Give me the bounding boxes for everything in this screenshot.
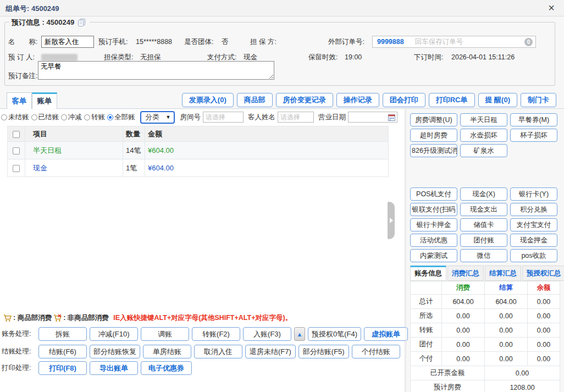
reminder-button[interactable]: 提 醒(0)	[478, 93, 518, 107]
activity-discount-button[interactable]: 活动优惠	[410, 234, 457, 247]
bill-item: 半天日租	[25, 142, 123, 159]
alipay-button[interactable]: 支付宝支付	[510, 218, 557, 231]
tab-guest-order[interactable]: 客单	[7, 92, 32, 109]
radio-all-circle[interactable]	[107, 114, 113, 120]
print-rc-button[interactable]: 打印RC单	[429, 93, 475, 107]
select-all-checkbox[interactable]	[13, 131, 20, 138]
adjust-bill-button[interactable]: 调账	[141, 327, 189, 341]
virtual-bill-button[interactable]: 虚拟账单	[364, 327, 408, 341]
kettle-damage-button[interactable]: 水壶损坏	[460, 129, 507, 142]
export-bill-button[interactable]: 导出账单	[90, 361, 138, 375]
cash-out-button[interactable]: 现金支出	[460, 203, 507, 216]
neimeng-test-button[interactable]: 内蒙测试	[410, 249, 457, 262]
close-icon[interactable]: ×	[544, 1, 559, 15]
bill-item: 现金	[25, 159, 123, 177]
tab-consume-summary[interactable]: 消费汇总	[447, 266, 484, 281]
group-print-button[interactable]: 团会打印	[383, 93, 425, 107]
radio-transfer-label: 转账	[91, 113, 105, 122]
arrow-up-icon[interactable]	[294, 327, 305, 341]
guest-name-input[interactable]	[278, 112, 314, 123]
tab-account-info[interactable]: 账务信息	[410, 266, 446, 281]
radio-unsettled[interactable]: 未结账	[1, 113, 29, 122]
bill-row[interactable]: 现金 1笔 ¥604.00	[8, 159, 389, 177]
row-checkbox[interactable]	[13, 165, 20, 172]
radio-transfer[interactable]: 转账	[84, 113, 105, 122]
tab-strip: 客单 账单 发票录入(0) 商品部 房价变更记录 操作记录 团会打印 打印RC单…	[0, 91, 564, 109]
pos-collect-button[interactable]: pos收款	[510, 249, 557, 262]
radio-settled[interactable]: 已结账	[31, 113, 59, 122]
wechat-pay-button[interactable]: 微信	[460, 249, 507, 262]
expected-room-fee-label: 预计房费	[411, 380, 485, 392]
upgrade-test-button[interactable]: 826升级测试消	[410, 144, 457, 157]
offset-button[interactable]: 冲减(F10)	[90, 327, 138, 341]
radio-all-label: 全部账	[114, 113, 135, 122]
partial-settle-restore-button[interactable]: 部分结账恢复	[90, 345, 140, 358]
name-input[interactable]	[41, 36, 94, 48]
post-charge-button[interactable]: 入账(F3)	[243, 327, 291, 341]
calendar-icon[interactable]	[388, 113, 396, 122]
toolbar: 发票录入(0) 商品部 房价变更记录 操作记录 团会打印 打印RC单 提 醒(0…	[182, 93, 556, 107]
stored-value-card-button[interactable]: 储值卡	[460, 218, 507, 231]
operation-log-button[interactable]: 操作记录	[336, 93, 379, 107]
tab-settle-summary[interactable]: 结算汇总	[485, 266, 521, 281]
settle-button[interactable]: 结账(F6)	[38, 345, 87, 358]
external-order-count-badge: 0	[524, 38, 533, 46]
unionpay-scan-button[interactable]: 银联支付(扫码	[410, 203, 457, 216]
summary-consume: 0.00	[442, 352, 485, 366]
radio-transfer-circle[interactable]	[84, 114, 90, 120]
checkout-unsettled-button[interactable]: 退房未结(F7)	[245, 345, 296, 358]
cup-damage-button[interactable]: 杯子损坏	[510, 129, 557, 142]
partial-settle-button[interactable]: 部分结账(F5)	[298, 345, 349, 358]
split-bill-button[interactable]: 拆账	[38, 327, 87, 341]
row-checkbox[interactable]	[13, 147, 20, 154]
overtime-fee-button[interactable]: 超时房费	[410, 129, 457, 142]
external-order-value: 9999888	[377, 38, 404, 46]
print-button[interactable]: 打印(F8)	[38, 361, 87, 375]
summary-balance: 0.00	[528, 338, 560, 352]
remark-textarea[interactable]: 无早餐	[38, 61, 274, 80]
col-item: 项目	[25, 126, 123, 142]
settle-actions-row: 结账处理: 结账(F6) 部分结账恢复 单房结账 取消入住 退房未结(F7) 部…	[2, 345, 400, 358]
cash-deposit-button[interactable]: 现金押金	[510, 234, 557, 247]
personal-settle-button[interactable]: 个付结账	[352, 345, 400, 358]
single-room-settle-button[interactable]: 单房结账	[143, 345, 191, 358]
reservation-legend: 预订信息 : 4500249	[9, 18, 90, 27]
make-key-card-button[interactable]: 制门卡	[521, 93, 556, 107]
radio-offset[interactable]: 冲减	[61, 113, 82, 122]
half-day-rent-button[interactable]: 半天日租	[460, 113, 507, 126]
radio-offset-circle[interactable]	[61, 114, 67, 120]
biz-date-input[interactable]	[348, 112, 397, 123]
external-order-label: 外部订单号:	[328, 36, 366, 48]
tab-bill[interactable]: 账单	[32, 92, 57, 109]
points-exchange-button[interactable]: 积分兑换	[510, 203, 557, 216]
invoice-entry-button[interactable]: 发票录入(0)	[182, 93, 234, 107]
summary-row-expected-room-fee: 预计房费 1208.00	[411, 380, 560, 392]
radio-settled-circle[interactable]	[31, 114, 37, 120]
cancel-checkin-button[interactable]: 取消入住	[194, 345, 242, 358]
transfer-button[interactable]: 转账(F2)	[192, 327, 240, 341]
radio-unsettled-circle[interactable]	[1, 114, 7, 120]
tab-preauth-summary[interactable]: 预授权汇总	[522, 266, 564, 281]
cash-pay-button[interactable]: 现金(X)	[460, 187, 507, 201]
category-select[interactable]: 分类▼	[140, 111, 175, 124]
phone-label: 预订手机:	[98, 36, 130, 48]
copy-icon[interactable]	[78, 18, 86, 27]
e-coupon-button[interactable]: 电子优惠券	[141, 361, 192, 375]
bank-card-deposit-button[interactable]: 银行卡押金	[410, 218, 457, 231]
breakfast-coupon-button[interactable]: 早餐券(M)	[510, 113, 557, 126]
radio-all[interactable]: 全部账	[107, 113, 135, 122]
invoiced-label: 已开票金额	[411, 366, 485, 380]
mineral-water-button[interactable]: 矿泉水	[460, 144, 507, 157]
col-settle: 结算	[485, 281, 528, 295]
group-pay-button[interactable]: 团付账	[460, 234, 507, 247]
collapse-panel-handle[interactable]	[388, 202, 395, 239]
bill-row[interactable]: 半天日租 14笔 ¥604.00	[8, 142, 389, 159]
goods-dept-button[interactable]: 商品部	[237, 93, 273, 107]
external-order-input[interactable]: 9999888 回车保存订单号 0	[372, 36, 536, 48]
room-fee-adjust-button[interactable]: 房费调整(U)	[410, 113, 457, 126]
room-input[interactable]	[203, 112, 244, 123]
rate-change-log-button[interactable]: 房价变更记录	[276, 93, 333, 107]
bank-card-pay-button[interactable]: 银行卡(Y)	[510, 187, 557, 201]
preauth-button[interactable]: 预授权0笔(F4)	[308, 327, 361, 341]
pos-machine-pay-button[interactable]: POS机支付	[410, 187, 457, 201]
